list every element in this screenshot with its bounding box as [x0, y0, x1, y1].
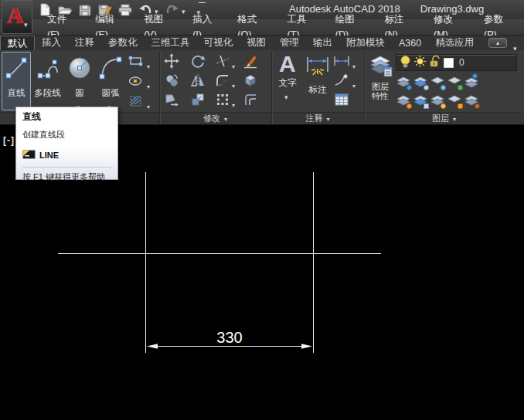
ellipse-icon — [128, 74, 144, 91]
polyline-label: 多段线 — [34, 87, 61, 99]
layer-merge-button[interactable] — [464, 93, 480, 110]
rotate-icon — [190, 53, 206, 72]
dimension-arrow-left — [147, 344, 158, 349]
layer-match-button[interactable] — [396, 93, 412, 110]
dimension-icon — [305, 52, 331, 83]
text-icon — [276, 52, 299, 76]
array-icon — [215, 92, 230, 110]
circle-button[interactable]: 圆 — [65, 52, 94, 110]
array-button[interactable] — [215, 93, 230, 109]
mirror-button[interactable] — [190, 74, 206, 90]
tooltip-help-text: 按 F1 键获得更多帮助 — [22, 171, 111, 183]
layer-unlock-button[interactable] — [447, 93, 463, 110]
rotate-button[interactable] — [190, 55, 206, 70]
viewport-controls[interactable]: [-] — [3, 135, 15, 146]
leader-button[interactable] — [334, 74, 349, 90]
modify-panel-expand-icon — [223, 113, 229, 124]
dimension-text[interactable]: 330 — [216, 329, 242, 346]
hatch-button[interactable] — [128, 95, 144, 110]
polyline-button[interactable]: 多段线 — [32, 52, 63, 110]
linear-dimension-dropdown-icon[interactable] — [352, 58, 359, 72]
explode-button[interactable] — [243, 74, 258, 90]
sun-accent-icon — [441, 103, 446, 109]
stretch-button[interactable] — [164, 93, 179, 109]
circle-label: 圆 — [75, 87, 84, 99]
layer-properties-button[interactable]: 图层 特性 — [366, 52, 394, 110]
make-current-button[interactable] — [464, 75, 480, 91]
sun-icon[interactable] — [413, 55, 427, 71]
layers-panel-label[interactable]: 图层 — [366, 112, 524, 124]
fillet-dropdown-icon[interactable] — [232, 77, 238, 91]
table-button[interactable] — [334, 93, 349, 109]
leader-icon — [333, 73, 350, 90]
polyline-icon — [35, 52, 61, 86]
mirror-icon — [190, 73, 206, 91]
fillet-icon — [215, 73, 230, 91]
text-label: 文字 — [279, 77, 297, 89]
tooltip-title: 直线 — [22, 110, 111, 124]
leader-dropdown-icon[interactable] — [352, 77, 359, 91]
bulb-on-icon[interactable] — [400, 55, 411, 71]
panel-separator — [364, 52, 365, 124]
text-dropdown-icon[interactable] — [284, 89, 291, 103]
trim-button[interactable] — [215, 55, 230, 70]
layer-off-accent-icon — [407, 85, 412, 90]
layer-merge-accent-icon — [475, 103, 480, 109]
copy-button[interactable] — [164, 74, 179, 90]
command-line-icon — [22, 148, 36, 162]
layer-freeze-button[interactable] — [430, 75, 446, 91]
layer-color-swatch[interactable] — [444, 58, 454, 68]
offset-button[interactable] — [243, 93, 258, 109]
tooltip-description: 创建直线段 — [22, 129, 111, 141]
rectangle-button[interactable] — [128, 55, 144, 70]
line-button[interactable]: 直线 — [2, 52, 31, 110]
arc-button[interactable]: 圆弧 — [96, 52, 125, 110]
fillet-button[interactable] — [215, 74, 230, 90]
trim-dropdown-icon[interactable] — [232, 58, 238, 72]
layer-match-accent-icon — [407, 103, 412, 109]
layers-panel-expand-icon — [451, 113, 458, 124]
dimension-button[interactable]: 标注 — [303, 52, 332, 110]
table-icon — [334, 93, 349, 110]
layer-off-button[interactable] — [396, 75, 412, 91]
text-button[interactable]: 文字 — [273, 52, 302, 110]
annotation-panel-label[interactable]: 注释 — [273, 112, 364, 124]
hatch-dropdown-icon[interactable] — [147, 98, 153, 112]
dimension-label: 标注 — [309, 84, 327, 96]
ellipse-dropdown-icon[interactable] — [147, 78, 153, 92]
linear-dimension-icon — [333, 55, 350, 70]
arc-label: 圆弧 — [102, 87, 120, 99]
layer-prev-accent-icon — [424, 103, 429, 109]
line-label: 直线 — [8, 87, 26, 99]
layer-isolate-button[interactable] — [413, 75, 429, 91]
layer-walk-button[interactable] — [430, 93, 446, 110]
line-icon — [3, 52, 29, 86]
move-button[interactable] — [164, 55, 179, 70]
rectangle-icon — [128, 54, 144, 71]
unlock-icon[interactable] — [429, 55, 441, 71]
layer-prev-button[interactable] — [413, 93, 429, 110]
scale-button[interactable] — [190, 93, 206, 109]
modify-panel-label[interactable]: 修改 — [161, 112, 271, 124]
app-menu-button[interactable] — [2, 0, 32, 34]
tooltip-command: LINE — [39, 151, 59, 160]
layer-properties-label: 图层 特性 — [372, 82, 389, 100]
arc-icon — [97, 52, 124, 86]
erase-icon — [243, 53, 258, 72]
line-tooltip: 直线 创建直线段 LINE 按 F1 键获得更多帮助 — [15, 107, 118, 180]
panel-separator — [271, 52, 272, 124]
layer-isolate-accent-icon — [424, 85, 429, 90]
layer-lock-button[interactable] — [447, 75, 463, 91]
hatch-icon — [128, 94, 144, 111]
panel-separator — [159, 52, 160, 124]
lock-accent-icon — [458, 85, 463, 90]
ellipse-button[interactable] — [128, 75, 144, 90]
array-dropdown-icon[interactable] — [232, 97, 238, 110]
erase-button[interactable] — [243, 55, 258, 70]
rectangle-dropdown-icon[interactable] — [147, 58, 153, 72]
snowflake-icon — [441, 85, 446, 90]
layer-combo[interactable]: 0 — [396, 54, 517, 71]
linear-dimension-button[interactable] — [334, 55, 349, 70]
trim-icon — [215, 53, 230, 72]
copy-icon — [164, 73, 179, 91]
